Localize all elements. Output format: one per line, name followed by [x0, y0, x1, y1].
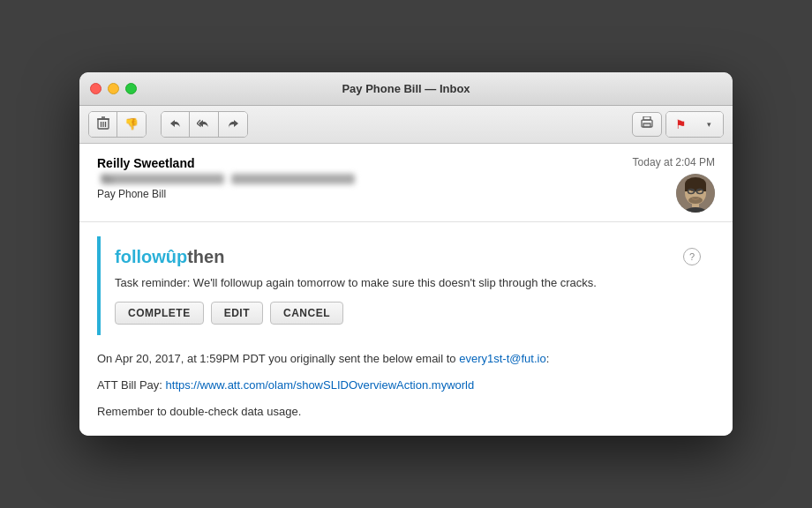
email-area: Reilly Sweetland To: Pay Phone Bill Toda… — [79, 144, 733, 437]
flag-icon: ⚑ — [675, 117, 687, 131]
att-link[interactable]: https://www.att.com/olam/showSLIDOvervie… — [166, 378, 475, 392]
titlebar: Pay Phone Bill — Inbox — [79, 72, 733, 106]
reply-button[interactable] — [162, 112, 190, 137]
toolbar: 👎 — [79, 106, 733, 144]
nav-buttons-group — [161, 111, 248, 138]
email-body: followûpthen ? Task reminder: We'll foll… — [79, 222, 733, 437]
help-icon: ? — [689, 251, 695, 262]
original-email-content: On Apr 20, 2017, at 1:59PM PDT you origi… — [97, 349, 715, 422]
print-button[interactable] — [632, 112, 662, 137]
trash-button[interactable] — [89, 112, 117, 137]
to-label: To: — [101, 174, 224, 184]
print-icon — [640, 116, 654, 131]
note-text: Remember to double-check data usage. — [97, 405, 301, 418]
flag-group: ⚑ ▾ — [665, 111, 724, 138]
original-email-link[interactable]: every1st-t@fut.io — [459, 352, 545, 365]
trash-icon — [97, 116, 109, 132]
help-button[interactable]: ? — [683, 248, 701, 265]
email-header-right: Today at 2:04 PM — [633, 156, 715, 213]
toolbar-left-group: 👎 — [88, 111, 248, 138]
thumbdown-button[interactable]: 👎 — [117, 112, 146, 137]
reply-icon — [169, 117, 182, 131]
note-line: Remember to double-check data usage. — [97, 402, 715, 422]
toolbar-right-group: ⚑ ▾ — [632, 111, 724, 138]
cancel-button[interactable]: CANCEL — [270, 302, 343, 325]
logo-followup-text: followûp — [115, 247, 187, 266]
maximize-button[interactable] — [125, 83, 137, 94]
original-colon: : — [546, 352, 550, 365]
email-timestamp: Today at 2:04 PM — [633, 156, 715, 168]
chevron-down-icon: ▾ — [707, 120, 711, 129]
followupthen-section: followûpthen ? Task reminder: We'll foll… — [97, 236, 715, 336]
forward-button[interactable] — [219, 112, 247, 137]
followupthen-logo: followûpthen — [115, 247, 224, 267]
to-address-blurred — [231, 174, 355, 184]
logo-then-text: then — [187, 247, 224, 266]
email-window: Pay Phone Bill — Inbox — [79, 72, 733, 437]
flag-dropdown-button[interactable]: ▾ — [695, 112, 723, 137]
email-to-line: To: — [97, 173, 633, 185]
original-intro-text: On Apr 20, 2017, at 1:59PM PDT you origi… — [97, 352, 459, 365]
followup-actions: COMPLETE EDIT CANCEL — [115, 302, 701, 325]
att-label: ATT Bill Pay: — [97, 378, 166, 392]
thumbdown-icon: 👎 — [124, 117, 139, 131]
email-subject: Pay Phone Bill — [97, 188, 633, 200]
reply-all-icon — [197, 117, 211, 131]
flag-button[interactable]: ⚑ — [666, 112, 695, 137]
forward-icon — [227, 117, 239, 131]
traffic-lights — [90, 83, 137, 94]
email-header-left: Reilly Sweetland To: Pay Phone Bill — [97, 156, 633, 200]
action-buttons-group: 👎 — [88, 111, 147, 138]
followup-header: followûpthen ? — [115, 247, 701, 267]
edit-button[interactable]: EDIT — [211, 302, 263, 325]
close-button[interactable] — [90, 83, 102, 94]
minimize-button[interactable] — [108, 83, 119, 94]
window-title: Pay Phone Bill — Inbox — [342, 82, 470, 95]
complete-button[interactable]: COMPLETE — [115, 302, 204, 325]
reply-all-button[interactable] — [190, 112, 219, 137]
sender-name: Reilly Sweetland — [97, 156, 633, 170]
original-intro-line: On Apr 20, 2017, at 1:59PM PDT you origi… — [97, 349, 715, 369]
svg-rect-8 — [643, 116, 650, 120]
avatar — [676, 174, 715, 213]
followup-message: Task reminder: We'll followup again tomo… — [115, 274, 701, 292]
att-line: ATT Bill Pay: https://www.att.com/olam/s… — [97, 376, 715, 395]
email-header: Reilly Sweetland To: Pay Phone Bill Toda… — [79, 144, 733, 222]
